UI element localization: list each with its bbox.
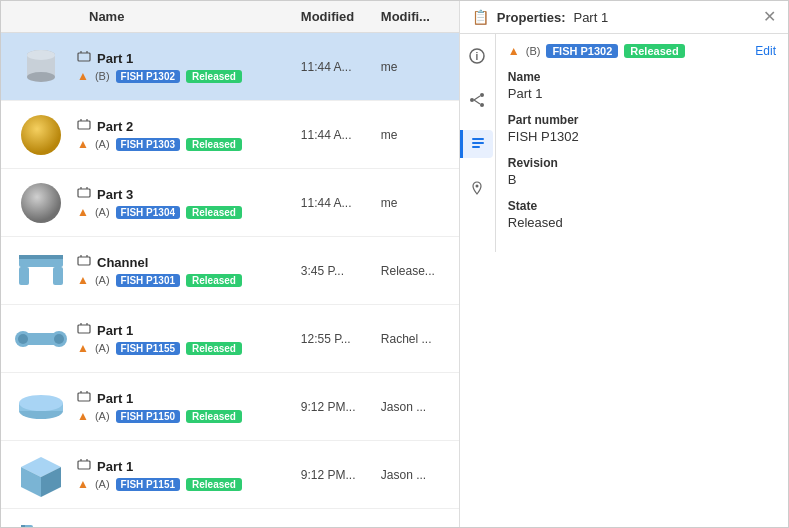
svg-rect-19 bbox=[78, 257, 90, 265]
svg-rect-62 bbox=[472, 138, 484, 140]
list-row[interactable]: Part 1▲(A)FISH P1155Released12:55 P...Ra… bbox=[1, 305, 459, 373]
props-partnumber-value: FISH P1302 bbox=[508, 129, 776, 144]
svg-rect-39 bbox=[78, 461, 90, 469]
list-row[interactable]: Part 1▲(B)FISH P1302Released11:44 A...me bbox=[1, 33, 459, 101]
props-warning-icon: ▲ bbox=[508, 44, 520, 58]
tab-location[interactable] bbox=[463, 174, 491, 202]
props-partnum-tag: FISH P1302 bbox=[546, 44, 618, 58]
edit-link[interactable]: Edit bbox=[755, 44, 776, 58]
properties-label: Properties: bbox=[497, 10, 566, 25]
thumbnail bbox=[9, 311, 73, 367]
part-num-tag: FISH P1150 bbox=[116, 410, 180, 423]
part-icon bbox=[77, 390, 91, 407]
modifier-value: me bbox=[381, 60, 451, 74]
thumbnail bbox=[9, 39, 73, 95]
part-num-tag: FISH P1302 bbox=[116, 70, 180, 83]
row-title: Part 1 bbox=[97, 51, 133, 66]
svg-text:i: i bbox=[476, 51, 479, 62]
properties-header: 📋 Properties: Part 1 ✕ bbox=[460, 1, 788, 34]
part-icon bbox=[77, 458, 91, 475]
modified-value: 11:44 A... bbox=[301, 128, 381, 142]
thumbnail bbox=[9, 515, 73, 528]
parts-list-panel: Name Modified Modifi... Part 1▲(B)FISH P… bbox=[1, 1, 460, 527]
version-badge: (B) bbox=[95, 70, 110, 82]
col-header-name: Name bbox=[89, 9, 301, 24]
list-row[interactable]: Part 1▲(A)FISH P1151Released9:12 PM...Ja… bbox=[1, 441, 459, 509]
modified-value: 3:45 P... bbox=[301, 264, 381, 278]
warning-icon: ▲ bbox=[77, 137, 89, 151]
modifier-value: Release... bbox=[381, 264, 451, 278]
modifier-value: Jason ... bbox=[381, 400, 451, 414]
modifier-value: me bbox=[381, 196, 451, 210]
version-badge: (A) bbox=[95, 274, 110, 286]
released-badge: Released bbox=[186, 342, 242, 355]
svg-rect-4 bbox=[78, 53, 90, 61]
row-info: Part 2▲(A)FISH P1303Released bbox=[73, 118, 301, 151]
warning-icon: ▲ bbox=[77, 409, 89, 423]
modified-value: 9:12 PM... bbox=[301, 468, 381, 482]
properties-title-row: 📋 Properties: Part 1 bbox=[472, 9, 608, 25]
svg-point-2 bbox=[27, 72, 55, 82]
properties-panel: 📋 Properties: Part 1 ✕ i bbox=[460, 1, 788, 527]
row-info: Part 1▲(A)FISH P1149Released bbox=[73, 526, 301, 527]
part-num-tag: FISH P1301 bbox=[116, 274, 180, 287]
part-num-tag: FISH P1151 bbox=[116, 478, 180, 491]
released-badge: Released bbox=[186, 478, 242, 491]
parts-table-body: Part 1▲(B)FISH P1302Released11:44 A...me… bbox=[1, 33, 459, 527]
modified-value: 11:44 A... bbox=[301, 60, 381, 74]
version-badge: (A) bbox=[95, 410, 110, 422]
tab-info[interactable]: i bbox=[463, 42, 491, 70]
svg-point-3 bbox=[27, 50, 55, 60]
row-title: Part 1 bbox=[97, 323, 133, 338]
svg-rect-44 bbox=[21, 525, 25, 528]
svg-line-60 bbox=[474, 96, 480, 100]
svg-point-32 bbox=[19, 395, 63, 411]
thumbnail bbox=[9, 243, 73, 299]
part-icon bbox=[77, 50, 91, 67]
list-row[interactable]: Channel▲(A)FISH P1301Released3:45 P...Re… bbox=[1, 237, 459, 305]
thumbnail bbox=[9, 175, 73, 231]
row-title: Part 1 bbox=[97, 459, 133, 474]
props-name-value: Part 1 bbox=[508, 86, 776, 101]
tab-details[interactable] bbox=[460, 130, 493, 158]
part-num-tag: FISH P1304 bbox=[116, 206, 180, 219]
svg-rect-12 bbox=[78, 189, 90, 197]
row-info: Part 1▲(A)FISH P1150Released bbox=[73, 390, 301, 423]
row-title: Part 3 bbox=[97, 187, 133, 202]
svg-point-7 bbox=[21, 115, 61, 155]
list-row[interactable]: Part 3▲(A)FISH P1304Released11:44 A...me bbox=[1, 169, 459, 237]
part-num-tag: FISH P1303 bbox=[116, 138, 180, 151]
svg-rect-18 bbox=[19, 255, 63, 259]
thumbnail bbox=[9, 447, 73, 503]
list-row[interactable]: Part 1▲(A)FISH P1150Released9:12 PM...Ja… bbox=[1, 373, 459, 441]
svg-line-61 bbox=[474, 100, 480, 104]
released-badge: Released bbox=[186, 138, 242, 151]
close-button[interactable]: ✕ bbox=[763, 9, 776, 25]
part-icon bbox=[77, 118, 91, 135]
row-title: Channel bbox=[97, 255, 148, 270]
warning-icon: ▲ bbox=[77, 205, 89, 219]
svg-rect-64 bbox=[472, 146, 480, 148]
props-name-field: Name Part 1 bbox=[508, 70, 776, 101]
svg-point-26 bbox=[54, 334, 64, 344]
svg-rect-8 bbox=[78, 121, 90, 129]
svg-point-11 bbox=[21, 183, 61, 223]
part-icon bbox=[77, 254, 91, 271]
warning-icon: ▲ bbox=[77, 477, 89, 491]
released-badge: Released bbox=[186, 410, 242, 423]
props-state-value: Released bbox=[508, 215, 776, 230]
modified-value: 11:44 A... bbox=[301, 196, 381, 210]
modifier-value: Rachel ... bbox=[381, 332, 451, 346]
part-icon bbox=[77, 526, 91, 527]
list-row[interactable]: Part 1▲(A)FISH P1149Released3:10 P...Rac… bbox=[1, 509, 459, 527]
svg-rect-27 bbox=[78, 325, 90, 333]
col-header-modifier: Modifi... bbox=[381, 9, 451, 24]
row-info: Channel▲(A)FISH P1301Released bbox=[73, 254, 301, 287]
props-id-row: ▲ (B) FISH P1302 Released Edit bbox=[508, 44, 776, 58]
list-row[interactable]: Part 2▲(A)FISH P1303Released11:44 A...me bbox=[1, 101, 459, 169]
svg-rect-17 bbox=[53, 267, 63, 285]
properties-part-header: Part 1 bbox=[573, 10, 608, 25]
properties-content: ▲ (B) FISH P1302 Released Edit Name Part… bbox=[496, 34, 788, 252]
props-name-label: Name bbox=[508, 70, 776, 84]
tab-share[interactable] bbox=[463, 86, 491, 114]
